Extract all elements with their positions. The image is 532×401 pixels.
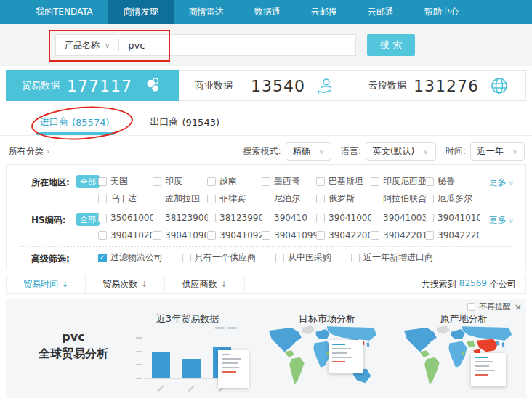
checkbox-icon[interactable]: ✓ <box>371 231 379 240</box>
checkbox-icon[interactable]: ✓ <box>316 214 325 222</box>
close-icon[interactable]: × <box>515 302 522 312</box>
hs-code-checkbox[interactable]: ✓38123990 <box>207 213 262 223</box>
buy-from-china-checkbox[interactable]: ✓从中国采购 <box>275 251 331 264</box>
checkbox-icon[interactable]: ✓ <box>207 177 216 186</box>
hs-more-link[interactable]: 更多 ∨ <box>489 214 514 227</box>
region-checkbox[interactable]: ✓俄罗斯 <box>316 193 371 205</box>
nav-data-pass[interactable]: 数据通 <box>239 0 296 24</box>
new-importers-checkbox[interactable]: ✓近一年新增进口商 <box>351 251 433 264</box>
checkbox-icon[interactable]: ✓ <box>262 231 270 240</box>
search-input[interactable]: pvc <box>119 40 355 51</box>
region-checkbox[interactable]: ✓厄瓜多尔 <box>425 193 480 205</box>
checkbox-icon[interactable]: ✓ <box>153 231 161 240</box>
checkbox-icon[interactable]: ✓ <box>153 195 161 203</box>
checkbox-icon[interactable]: ✓ <box>262 195 270 203</box>
region-checkbox[interactable]: ✓美国 <box>98 175 153 187</box>
time-range-select[interactable]: 近一年 ∨ <box>470 142 525 161</box>
checkbox-icon[interactable]: ✓ <box>425 177 434 186</box>
tab-exporters[interactable]: 出口商 (91543) <box>150 109 220 135</box>
checkbox-icon[interactable]: ✓ <box>98 214 107 222</box>
region-checkbox[interactable]: ✓菲律宾 <box>207 193 262 205</box>
checkbox-icon[interactable] <box>467 303 475 311</box>
origin-analysis-map[interactable] <box>401 323 515 395</box>
sort-by-trade-time[interactable]: 贸易时间 ↓ <box>7 275 86 293</box>
nav-cloud-mail-pass[interactable]: 云邮通 <box>352 0 409 24</box>
search-category-dropdown[interactable]: 产品名称 ∨ <box>56 35 118 55</box>
stat-business-data[interactable]: 商业数据 13540 <box>179 70 352 101</box>
hs-code-checkbox[interactable]: ✓39042200 <box>316 230 371 240</box>
checkbox-icon[interactable]: ✓ <box>182 254 191 262</box>
checkbox-icon[interactable]: ✓ <box>207 231 216 240</box>
bar-year-1[interactable] <box>152 352 170 378</box>
checkbox-icon[interactable]: ✓ <box>371 195 379 203</box>
filter-logistics-checkbox[interactable]: ✓过滤物流公司 <box>98 251 163 264</box>
hs-code-checkbox[interactable]: ✓38123900 <box>153 213 207 223</box>
region-checkbox[interactable]: ✓乌干达 <box>98 193 153 205</box>
checkbox-icon[interactable]: ✓ <box>316 231 325 240</box>
hs-code-checkbox[interactable]: ✓39042220 <box>425 230 480 240</box>
search-mode-select[interactable]: 精确 ∨ <box>286 142 331 161</box>
search-button[interactable]: 搜 索 <box>367 34 415 56</box>
checkbox-icon[interactable]: ✓ <box>153 177 161 186</box>
nav-my-tendata[interactable]: 我的TENDATA <box>20 0 108 24</box>
hs-code-checkbox[interactable]: ✓39041010 <box>425 213 480 223</box>
region-checkbox[interactable]: ✓墨西哥 <box>262 175 316 187</box>
checkbox-icon[interactable]: ✓ <box>207 195 216 203</box>
checkbox-icon[interactable]: ✓ <box>207 214 216 222</box>
checkbox-icon[interactable]: ✓ <box>316 177 325 186</box>
checkbox-icon[interactable]: ✓ <box>262 177 270 186</box>
region-all-button[interactable]: 全部 <box>76 175 100 188</box>
checkbox-icon[interactable]: ✓ <box>98 195 107 203</box>
checkbox-icon[interactable]: ✓ <box>425 214 434 222</box>
all-categories-link[interactable]: 所有分类 › <box>9 145 49 158</box>
region-checkbox[interactable]: ✓越南 <box>207 175 262 187</box>
search-result-count: 共搜索到 82569 个公司 <box>422 278 525 291</box>
trade-3yr-bar-chart[interactable] <box>131 325 241 395</box>
hs-code-checkbox[interactable]: ✓39041020 <box>98 230 153 240</box>
checkbox-icon[interactable]: ✓ <box>316 195 325 203</box>
hs-all-button[interactable]: 全部 <box>76 213 100 226</box>
checkbox-icon[interactable]: ✓ <box>98 254 107 262</box>
tab-importers[interactable]: 进口商 (85574) <box>40 109 110 135</box>
target-market-map[interactable] <box>266 323 379 395</box>
hs-code-checkbox[interactable]: ✓39042201 <box>371 230 425 240</box>
checkbox-icon[interactable]: ✓ <box>425 195 434 203</box>
region-checkbox[interactable]: ✓印度尼西亚 <box>371 175 425 187</box>
nav-help-center[interactable]: 帮助中心 <box>409 0 475 24</box>
nav-business-discovery[interactable]: 商情发现 <box>108 0 174 24</box>
single-supplier-checkbox[interactable]: ✓只有一个供应商 <box>182 251 256 264</box>
checkbox-icon[interactable]: ✓ <box>371 214 379 222</box>
checkbox-icon[interactable]: ✓ <box>351 254 360 262</box>
sort-by-trade-count[interactable]: 贸易次数 ↓ <box>86 275 165 293</box>
language-select[interactable]: 英文(默认) ∨ <box>366 142 436 161</box>
stat-trade-data[interactable]: 贸易数据 177117 <box>6 70 179 101</box>
checkbox-icon[interactable]: ✓ <box>371 177 379 186</box>
checkbox-icon[interactable]: ✓ <box>262 214 270 222</box>
hs-code-checkbox[interactable]: ✓39041000 <box>316 213 371 223</box>
region-checkbox[interactable]: ✓巴基斯坦 <box>316 175 371 187</box>
hs-code-checkbox[interactable]: ✓35061000 <box>98 213 153 223</box>
checkbox-icon[interactable]: ✓ <box>98 231 107 240</box>
region-checkbox[interactable]: ✓秘鲁 <box>425 175 480 187</box>
hs-code-checkbox[interactable]: ✓390410 <box>262 213 316 223</box>
checkbox-label: 39041092 <box>219 230 262 240</box>
stat-cloud-search-data[interactable]: 云搜数据 131276 <box>352 70 526 101</box>
checkbox-icon[interactable]: ✓ <box>425 231 434 240</box>
hs-code-checkbox[interactable]: ✓39041090 <box>153 230 207 240</box>
do-not-remind-control[interactable]: 不再提醒 × <box>467 301 522 312</box>
bar-year-2[interactable] <box>182 359 201 378</box>
nav-business-radar[interactable]: 商情雷达 <box>174 0 239 24</box>
region-checkbox[interactable]: ✓阿拉伯联合... <box>371 193 425 205</box>
region-more-link[interactable]: 更多 ∨ <box>489 177 514 189</box>
hs-code-checkbox[interactable]: ✓39041003 <box>371 213 425 223</box>
sort-by-supplier-count[interactable]: 供应商数 ↓ <box>165 275 244 293</box>
checkbox-icon[interactable]: ✓ <box>275 254 284 262</box>
region-checkbox[interactable]: ✓印度 <box>153 175 207 187</box>
nav-cloud-mail-search[interactable]: 云邮搜 <box>296 0 352 24</box>
hs-code-checkbox[interactable]: ✓39041092 <box>207 230 262 240</box>
hs-code-checkbox[interactable]: ✓39041099 <box>262 230 316 240</box>
region-checkbox[interactable]: ✓尼泊尔 <box>262 193 316 205</box>
checkbox-icon[interactable]: ✓ <box>98 177 107 186</box>
checkbox-icon[interactable]: ✓ <box>153 214 161 222</box>
region-checkbox[interactable]: ✓孟加拉国 <box>153 193 207 205</box>
